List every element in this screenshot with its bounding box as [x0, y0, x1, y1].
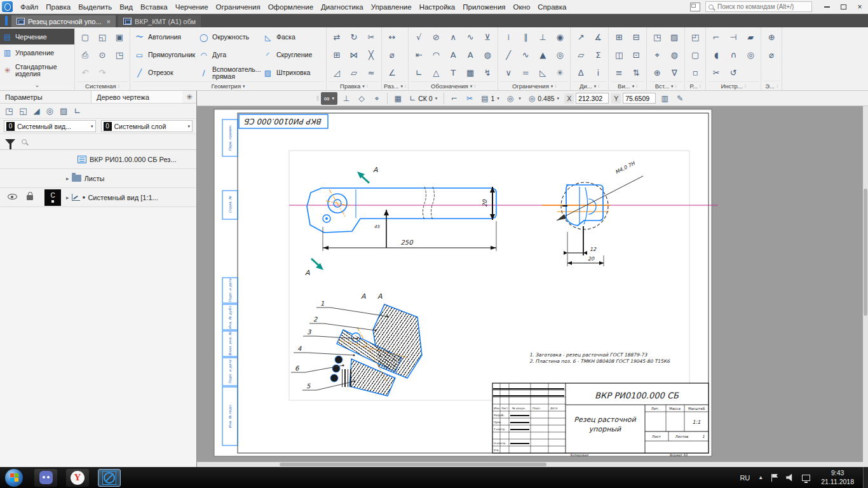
section-view-icon[interactable]: ◳	[5, 106, 13, 116]
zoom-area-combo[interactable]: ◎▾	[505, 92, 524, 105]
tray-expand-icon[interactable]: ▲	[758, 475, 763, 480]
expand-arrow-icon[interactable]: ▸	[66, 194, 69, 201]
tangent-icon[interactable]: ◉	[552, 29, 568, 45]
construction-line-tool[interactable]: ∕Вспомогатель... прямая	[196, 64, 260, 81]
tab-document-2[interactable]: ВКР_КМТ (А1) обм	[118, 15, 201, 27]
corner-mark-icon[interactable]: ∟	[411, 65, 427, 81]
geometry-group-label[interactable]: Геометрия ▾	[132, 81, 324, 90]
trim-icon[interactable]: ✂	[363, 29, 379, 45]
recalc-icon[interactable]: ↺	[726, 65, 742, 81]
copy-properties-icon[interactable]: ▥	[658, 92, 671, 105]
base-letter-icon[interactable]: A	[463, 47, 478, 63]
measure-distance-icon[interactable]: ↗	[573, 29, 589, 45]
curve-constraint-icon[interactable]: ∿	[518, 47, 534, 63]
minimize-button[interactable]	[818, 1, 835, 13]
new-document-icon[interactable]: ▢	[78, 29, 93, 45]
fillet-tool[interactable]: ◜Скругление	[261, 46, 324, 64]
rotate-icon[interactable]: ↻	[346, 29, 362, 45]
start-button[interactable]	[5, 469, 23, 487]
diameter-dimension-icon[interactable]: ⌀	[384, 47, 400, 63]
print-preview-icon[interactable]: ⊙	[95, 47, 111, 63]
taskbar-yandex-icon[interactable]: Y	[66, 469, 89, 487]
info-icon[interactable]: i	[590, 65, 606, 81]
system-group-label[interactable]: Системная ⁞	[77, 81, 128, 90]
menu-item-11[interactable]: Настройка	[416, 2, 459, 12]
hatch-tool[interactable]: ▨Штриховка	[261, 64, 324, 81]
show-desktop-button[interactable]	[863, 467, 868, 488]
system-view-combo[interactable]: 0 Системный вид... ▾	[4, 120, 96, 132]
screen-layout-icon[interactable]	[690, 3, 700, 11]
datum-icon[interactable]: ⊘	[428, 29, 444, 45]
detail-view-icon[interactable]: ◱	[19, 106, 27, 116]
menu-item-3[interactable]: Выделить	[74, 2, 116, 12]
measure-tool-icon[interactable]: ⊣	[726, 29, 742, 45]
y-coordinate-field[interactable]: Y	[611, 93, 656, 104]
macro-icon[interactable]: ⌐	[709, 29, 724, 45]
layer-combo[interactable]: ▤1▾	[478, 92, 502, 105]
mode-management[interactable]: ▥ Управление	[0, 44, 74, 60]
ribbon-group-label[interactable]: Ограничения▾⁞	[500, 81, 568, 90]
ribbon-group-label[interactable]: Ви...▾⁞	[611, 81, 644, 90]
restore-button[interactable]	[835, 1, 851, 13]
circle-tool[interactable]: ◯Окружность	[196, 29, 260, 46]
linear-dimension-icon[interactable]: ↔	[384, 29, 400, 45]
tab-close-icon[interactable]: ×	[107, 18, 111, 25]
insert-view-icon[interactable]: ◍	[667, 47, 682, 63]
menu-item-7[interactable]: Ограничения	[212, 2, 264, 12]
tree-item-document[interactable]: ВКР РИ01.00.000 СБ Рез...	[0, 150, 196, 169]
mirror-icon[interactable]: ⋈	[346, 47, 362, 63]
menu-item-1[interactable]: Файл	[17, 2, 42, 12]
slope-icon[interactable]: ◢	[34, 106, 40, 116]
parallel-icon[interactable]: ∥	[518, 29, 534, 45]
menu-item-2[interactable]: Правка	[42, 2, 74, 12]
layout-icon[interactable]: ◰	[688, 29, 703, 45]
coordinate-system-combo[interactable]: ∟СК 0▾	[407, 92, 440, 105]
center-mark-icon[interactable]: ◍	[480, 47, 496, 63]
angle-constraint-icon[interactable]: ∨	[501, 65, 517, 81]
concentric-icon[interactable]: ◎	[552, 47, 568, 63]
drawing-canvas[interactable]: ВКР РИ0100.000 СБ Перв. примен. Справ. №…	[197, 106, 868, 467]
view-style-button[interactable]: ∞▾	[321, 92, 337, 105]
horizontal-scrollbar[interactable]	[197, 462, 868, 467]
insert-fragment-icon[interactable]: ◳	[649, 29, 665, 45]
insert-picture-icon[interactable]: ▨	[667, 29, 682, 45]
volume-icon[interactable]	[786, 474, 794, 482]
open-document-icon[interactable]: ◱	[95, 29, 111, 45]
menu-item-13[interactable]: Окно	[510, 2, 534, 12]
measure-angle-icon[interactable]: ∡	[590, 29, 606, 45]
clock[interactable]: 9:43 21.11.2018	[821, 469, 854, 485]
peak-mark-icon[interactable]: ∧	[445, 29, 461, 45]
equal-icon[interactable]: =	[518, 65, 534, 81]
grid-icon[interactable]: ▦	[391, 92, 404, 105]
print-icon[interactable]: ⎙	[78, 47, 93, 63]
library-icon[interactable]: ▰	[743, 29, 759, 45]
network-icon[interactable]	[802, 475, 810, 481]
converter-icon[interactable]: ◖	[709, 47, 724, 63]
snap-perpendicular-icon[interactable]: ⊥	[340, 92, 353, 105]
menu-item-8[interactable]: Оформление	[264, 2, 317, 12]
contour-icon[interactable]: ◎	[46, 106, 53, 116]
tree-item-system-view[interactable]: С ▸ ● Системный вид [1:1...	[0, 188, 196, 207]
symmetry-icon[interactable]: ◺	[535, 65, 551, 81]
arc-tool[interactable]: ◠Дуга	[196, 46, 260, 64]
view-letter-icon[interactable]: A	[445, 47, 461, 63]
image-icon[interactable]: ▨	[60, 106, 67, 116]
eyedropper-icon[interactable]: ✎	[674, 92, 686, 105]
clip-icon[interactable]: ✂	[709, 65, 724, 81]
save-as-icon[interactable]: ◳	[112, 47, 128, 63]
tab-document-1[interactable]: Резец расточной упо... ×	[11, 15, 116, 27]
menu-item-9[interactable]: Диагностика	[317, 2, 367, 12]
scale-icon[interactable]: ◿	[329, 65, 345, 81]
triangle-mark-icon[interactable]: △	[428, 65, 444, 81]
menu-item-10[interactable]: Управление	[367, 2, 416, 12]
equidistant-icon[interactable]: ≈	[363, 65, 379, 81]
new-view-icon[interactable]: ⊞	[611, 29, 627, 45]
insert-unfold-icon[interactable]: ∇	[667, 65, 682, 81]
language-indicator[interactable]: RU	[740, 474, 750, 482]
ribbon-group-label[interactable]: Вст...▾⁞	[649, 81, 682, 90]
y-coordinate-field-input[interactable]	[623, 93, 656, 104]
vertical-scrollbar[interactable]	[863, 106, 868, 462]
delete-part-icon[interactable]: ╳	[363, 47, 379, 63]
rounding-icon[interactable]: ✂	[463, 92, 476, 105]
ribbon-group-label[interactable]: Э...⁞	[763, 81, 780, 90]
